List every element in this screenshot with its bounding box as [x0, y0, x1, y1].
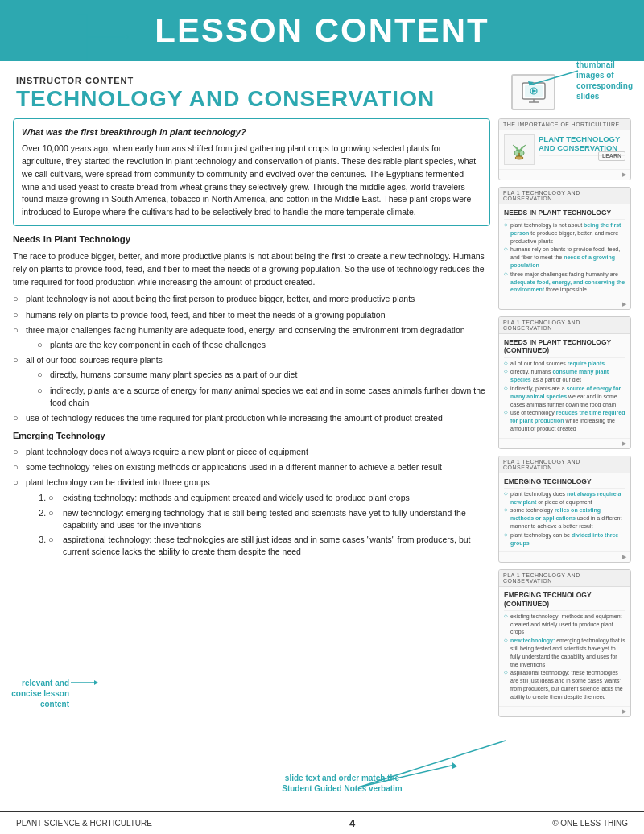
thumb3-title: Needs in Plant Technology (continued)	[504, 338, 625, 354]
needs-bullets: plant technology is not about being the …	[13, 293, 490, 424]
list-item: new technology: emerging technology that…	[48, 507, 490, 531]
thumb4-b2: some technology relies on existing metho…	[504, 506, 625, 530]
footer-left: PLANT SCIENCE & HORTICULTURE	[16, 819, 152, 828]
thumb2-b2: humans rely on plants to provide food, f…	[504, 246, 625, 269]
thumb3-b4: use of technology reduces the time requi…	[504, 409, 625, 432]
thumb5-title: Emerging Technology (continued)	[504, 591, 625, 607]
thumb1-header: THE IMPORTANCE OF HORTICULTURE	[499, 119, 630, 130]
thumb2-footer: ▶	[499, 299, 630, 309]
thumb5-header: PLA 1 TECHNOLOGY AND CONSERVATION	[499, 570, 630, 587]
thumb5-b2: new technology: emerging technology that…	[504, 637, 625, 668]
list-item: plants are the key component in each of …	[26, 339, 490, 351]
footer: PLANT SCIENCE & HORTICULTURE 4 © ONE LES…	[0, 811, 644, 834]
text-column: What was the first breakthrough in plant…	[13, 118, 490, 717]
thumb2-title: Needs in Plant Technology	[504, 208, 625, 217]
thumb1-text: PLANT TECHNOLOGY AND CONSERVATION LEARN	[539, 134, 625, 161]
thumb4-b3: plant technology can be divided into thr…	[504, 531, 625, 547]
list-item: use of technology reduces the time requi…	[13, 412, 490, 424]
instructor-section: INSTRUCTOR CONTENT TECHNOLOGY AND CONSER…	[0, 68, 644, 112]
emerging-bullets: plant technology does not always require…	[13, 446, 490, 559]
needs-intro: The race to produce bigger, better, and …	[13, 250, 490, 288]
list-item: three major challenges facing humanity a…	[13, 324, 490, 351]
list-item: all of our food sources require plants d…	[13, 354, 490, 409]
list-item: plant technology can be divided into thr…	[13, 477, 490, 558]
svg-marker-10	[452, 762, 457, 769]
list-item: indirectly, plants are a source of energ…	[26, 385, 490, 409]
thumbnail-1: THE IMPORTANCE OF HORTICULTURE	[498, 118, 631, 180]
thumb2-header: PLA 1 TECHNOLOGY AND CONSERVATION	[499, 188, 630, 204]
thumb1-footer: ▶	[499, 169, 630, 180]
slide-icon	[511, 74, 555, 110]
question-box: What was the first breakthrough in plant…	[13, 118, 490, 226]
thumb5-body: Emerging Technology (continued) existing…	[499, 587, 630, 705]
thumb1-title: PLANT TECHNOLOGY AND CONSERVATION LEARN	[539, 134, 625, 153]
needs-header: Needs in Plant Technology	[13, 233, 490, 246]
list-item: plant technology is not about being the …	[13, 293, 490, 305]
list-item: humans rely on plants to provide food, f…	[13, 309, 490, 321]
thumbnail-2: PLA 1 TECHNOLOGY AND CONSERVATION Needs …	[498, 187, 631, 310]
page-title: LESSON CONTENT	[16, 11, 628, 50]
footer-right: © ONE LESS THING	[552, 819, 628, 828]
thumbnails-column: THE IMPORTANCE OF HORTICULTURE	[498, 118, 631, 717]
thumb4-footer: ▶	[499, 551, 630, 562]
emerging-header: Emerging Technology	[13, 429, 490, 443]
annotation-relevant-content: relevant and concise lesson content	[3, 678, 69, 709]
thumb5-b1: existing technology: methods and equipme…	[504, 613, 625, 636]
footer-page-number: 4	[349, 817, 355, 829]
thumb3-b2: directly, humans consume many plant spec…	[504, 368, 625, 384]
annotation-slide-text: slide text and order match the Student G…	[274, 773, 411, 794]
thumb5-b3: aspirational technology: these technolog…	[504, 669, 625, 700]
list-item: some technology relies on existing metho…	[13, 461, 490, 473]
thumb1-btn: LEARN	[598, 151, 625, 161]
list-item: plant technology does not always require…	[13, 446, 490, 458]
question-text: What was the first breakthrough in plant…	[22, 126, 481, 139]
page: talking points and discussion prompts th…	[0, 0, 644, 834]
thumb1-plant-icon	[504, 134, 535, 165]
thumb3-footer: ▶	[499, 438, 630, 448]
list-item: directly, humans consume many plant spec…	[26, 369, 490, 381]
thumb3-b3: indirectly, plants are a source of energ…	[504, 385, 625, 408]
thumb3-body: Needs in Plant Technology (continued) al…	[499, 334, 630, 438]
thumb4-b1: plant technology does not always require…	[504, 490, 625, 506]
thumb4-body: Emerging Technology plant technology doe…	[499, 473, 630, 552]
svg-point-19	[515, 156, 523, 159]
thumbnail-5: PLA 1 TECHNOLOGY AND CONSERVATION Emergi…	[498, 569, 631, 716]
content-wrapper: What was the first breakthrough in plant…	[0, 112, 644, 724]
list-item: existing technology: methods and equipme…	[48, 492, 490, 504]
thumb3-header: PLA 1 TECHNOLOGY AND CONSERVATION	[499, 317, 630, 334]
thumb2-body: Needs in Plant Technology plant technolo…	[499, 204, 630, 299]
thumb3-b1: all of our food sources require plants	[504, 360, 625, 368]
header-bar: LESSON CONTENT	[0, 0, 644, 61]
thumb4-header: PLA 1 TECHNOLOGY AND CONSERVATION	[499, 456, 630, 473]
thumb4-title: Emerging Technology	[504, 477, 625, 485]
thumbnail-4: PLA 1 TECHNOLOGY AND CONSERVATION Emergi…	[498, 456, 631, 564]
list-item: aspirational technology: these technolog…	[48, 534, 490, 558]
thumbnail-3: PLA 1 TECHNOLOGY AND CONSERVATION Needs …	[498, 316, 631, 449]
answer-text: Over 10,000 years ago, when early humans…	[22, 142, 481, 219]
thumb5-footer: ▶	[499, 706, 630, 716]
thumb2-b3: three major challenges facing humanity a…	[504, 270, 625, 294]
thumb2-b1: plant technology is not about being the …	[504, 221, 625, 245]
